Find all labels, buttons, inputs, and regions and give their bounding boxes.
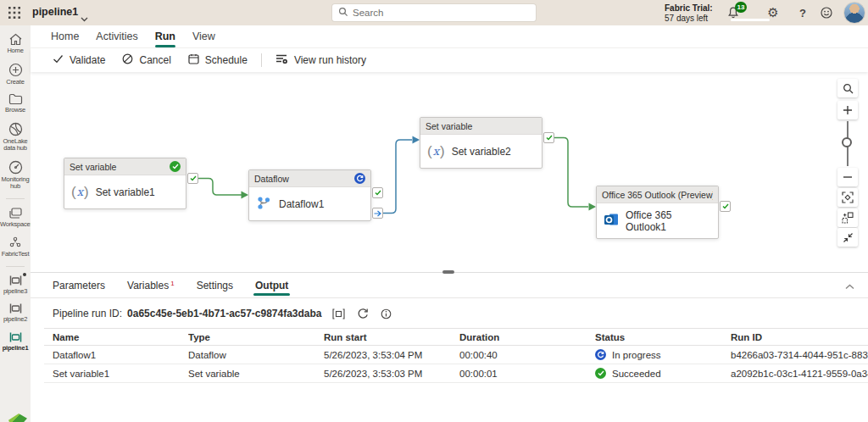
col-name[interactable]: Name (53, 329, 180, 345)
set-variable-icon: (x) (71, 186, 89, 198)
table-header-row: Name Type Run start Duration Status Run … (44, 328, 868, 346)
node-set-variable2[interactable]: Set variable (x) Set variable2 (420, 117, 542, 169)
sidebar-item-fabrictest-workspace[interactable]: FabricTest (0, 236, 31, 258)
succeeded-icon (170, 161, 181, 172)
nav-divider (6, 198, 25, 199)
table-row[interactable]: Set variable1 Set variable 5/26/2023, 3:… (44, 364, 868, 383)
tab-settings[interactable]: Settings (197, 274, 233, 298)
in-progress-icon (595, 349, 606, 360)
chevron-down-icon[interactable] (81, 10, 88, 25)
node-header: Dataflow (254, 174, 351, 184)
main-area: Home Activities Run View Validate Cancel… (31, 25, 868, 422)
node-dataflow1[interactable]: Dataflow Dataflow1 (248, 169, 371, 221)
calendar-icon (188, 53, 199, 67)
sidebar-item-home[interactable]: Home (0, 33, 31, 55)
activity-runs-table: Name Type Run start Duration Status Run … (44, 328, 868, 383)
left-nav: Home Create Browse OneLake data hub Moni… (0, 25, 31, 422)
help-icon[interactable]: ? (795, 5, 810, 20)
tab-home[interactable]: Home (42, 25, 87, 48)
port-success-set-variable1[interactable] (187, 173, 198, 184)
panel-resize-handle[interactable] (442, 270, 454, 274)
sidebar-item-create[interactable]: Create (0, 63, 31, 86)
copy-icon[interactable] (332, 307, 346, 320)
account-avatar[interactable] (843, 2, 865, 24)
port-completion-dataflow1[interactable] (372, 208, 383, 219)
search-input[interactable]: Search (332, 4, 536, 21)
node-title: Dataflow1 (279, 198, 324, 210)
view-run-history-button[interactable]: View run history (267, 50, 375, 70)
ribbon-tab-bar: Home Activities Run View (31, 25, 868, 48)
zoom-slider-handle[interactable] (842, 137, 852, 147)
node-header: Set variable (70, 162, 166, 172)
pipeline-title[interactable]: pipeline1 (32, 6, 78, 18)
pipeline-run-id-row: Pipeline run ID: 0a65c45e-5eb1-4b71-ac57… (53, 303, 393, 325)
sidebar-item-onelake-data-hub[interactable]: OneLake data hub (0, 122, 31, 153)
run-toolbar: Validate Cancel Schedule View run histor… (31, 48, 868, 72)
node-set-variable1[interactable]: Set variable (x) Set variable1 (64, 158, 186, 209)
trial-status: Fabric Trial: 57 days left (665, 3, 717, 23)
toolbar-divider (261, 53, 262, 67)
settings-gear-icon[interactable]: ⚙ (765, 5, 781, 20)
info-icon[interactable] (380, 307, 393, 320)
variables-badge: 1 (170, 280, 174, 287)
tab-activities[interactable]: Activities (87, 25, 146, 48)
sidebar-item-workspaces[interactable]: Workspaces (0, 207, 31, 229)
collapse-panel-chevron-icon[interactable] (843, 280, 856, 293)
sidebar-item-pipeline2[interactable]: pipeline2 (0, 303, 31, 324)
zoom-to-region-button[interactable] (837, 79, 858, 97)
output-panel: Parameters Variables1 Settings Output Pi… (31, 274, 868, 398)
node-title: Office 365 Outlook1 (626, 209, 697, 233)
schedule-button[interactable]: Schedule (180, 50, 256, 70)
node-office365-outlook1[interactable]: Office 365 Outlook (Preview) Office 365 … (596, 186, 719, 239)
pipeline-canvas[interactable]: Set variable (x) Set variable1 Dataflow … (31, 72, 868, 273)
status-label: Succeeded (612, 369, 661, 379)
unsaved-dot (23, 273, 26, 276)
dataflow-icon (256, 196, 272, 213)
search-placeholder: Search (353, 8, 383, 18)
tab-output[interactable]: Output (255, 274, 288, 298)
fit-to-screen-button[interactable] (837, 188, 858, 207)
outlook-icon (604, 212, 619, 230)
cancel-button[interactable]: Cancel (114, 50, 179, 70)
col-run-start[interactable]: Run start (324, 329, 451, 345)
tab-view[interactable]: View (184, 25, 224, 48)
sidebar-item-browse[interactable]: Browse (0, 93, 31, 114)
sidebar-item-monitoring-hub[interactable]: Monitoring hub (0, 160, 31, 191)
port-success-dataflow1[interactable] (372, 187, 383, 198)
feedback-smiley-icon[interactable] (819, 5, 834, 20)
top-bar: pipeline1 Search Fabric Trial: 57 days l… (0, 0, 868, 25)
refresh-icon[interactable] (356, 307, 370, 320)
tab-parameters[interactable]: Parameters (53, 274, 105, 298)
col-status[interactable]: Status (595, 329, 722, 345)
col-type[interactable]: Type (188, 329, 315, 345)
cancel-icon (122, 53, 133, 67)
col-run-id[interactable]: Run ID (731, 329, 868, 345)
node-header: Set variable (426, 121, 537, 131)
run-id-value: 0a65c45e-5eb1-4b71-ac57-c9874fa3daba (127, 308, 322, 319)
checkmark-icon (53, 54, 64, 66)
run-history-icon (275, 53, 288, 67)
port-success-set-variable2[interactable] (543, 132, 554, 143)
col-duration[interactable]: Duration (459, 329, 587, 345)
zoom-out-button[interactable] (837, 168, 858, 186)
sidebar-item-pipeline1[interactable]: pipeline1 (0, 331, 31, 353)
app-launcher-icon[interactable] (8, 7, 20, 19)
set-variable-icon: (x) (427, 146, 445, 158)
panel-tab-bar: Parameters Variables1 Settings Output (31, 274, 868, 298)
tab-variables[interactable]: Variables1 (127, 274, 175, 298)
fabric-pipeline-app: pipeline1 Search Fabric Trial: 57 days l… (0, 0, 868, 422)
table-row[interactable]: Dataflow1 Dataflow 5/26/2023, 3:53:04 PM… (44, 346, 868, 364)
succeeded-icon (595, 368, 606, 379)
run-id-label: Pipeline run ID: (53, 308, 122, 319)
port-success-outlook1[interactable] (720, 201, 731, 212)
bottom-partial-icon (8, 414, 27, 422)
collapse-canvas-button[interactable] (837, 228, 858, 247)
node-title: Set variable1 (96, 186, 155, 198)
node-title: Set variable2 (452, 146, 511, 158)
zoom-in-button[interactable] (837, 101, 858, 119)
sidebar-item-pipeline3[interactable]: pipeline3 (0, 275, 31, 296)
tab-run[interactable]: Run (147, 25, 184, 48)
in-progress-icon (354, 173, 365, 184)
validate-button[interactable]: Validate (44, 51, 114, 69)
auto-align-button[interactable] (837, 208, 858, 227)
